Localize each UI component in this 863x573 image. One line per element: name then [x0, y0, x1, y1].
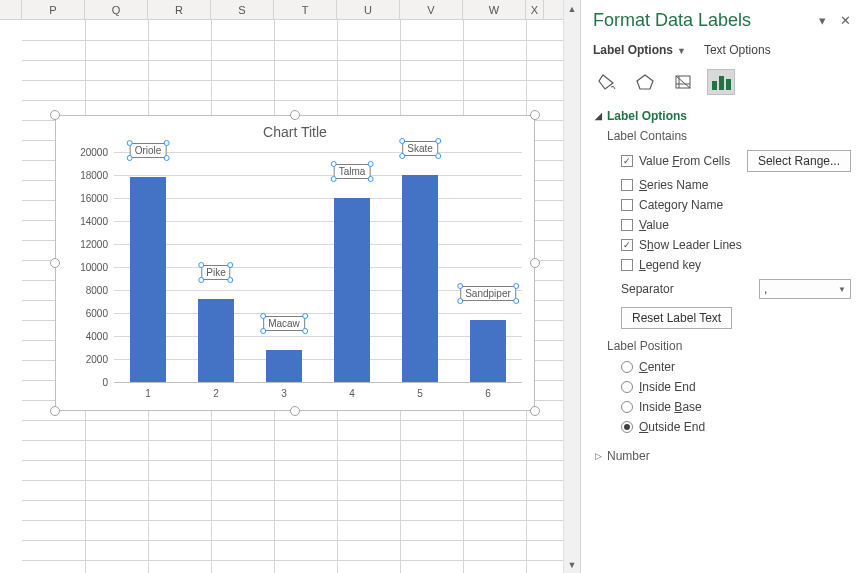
- y-axis-tick: 6000: [86, 308, 108, 319]
- section-label-options[interactable]: ◢ Label Options: [593, 105, 851, 127]
- bar[interactable]: [130, 177, 166, 382]
- bar[interactable]: [198, 299, 234, 382]
- effects-icon[interactable]: [631, 69, 659, 95]
- pos-outside-end[interactable]: Outside End: [593, 417, 851, 437]
- y-axis-tick: 8000: [86, 285, 108, 296]
- checkbox-icon[interactable]: [621, 259, 633, 271]
- checkbox-icon[interactable]: [621, 179, 633, 191]
- chart-resize-handle[interactable]: [50, 110, 60, 120]
- opt-value[interactable]: Value: [593, 215, 851, 235]
- y-axis-tick: 2000: [86, 354, 108, 365]
- checkbox-icon[interactable]: [621, 199, 633, 211]
- chart-resize-handle[interactable]: [530, 110, 540, 120]
- label-position-header: Label Position: [593, 337, 851, 357]
- column-header[interactable]: R: [148, 0, 211, 19]
- radio-icon[interactable]: [621, 401, 633, 413]
- svg-rect-6: [712, 81, 717, 90]
- embedded-chart[interactable]: Chart Title 0200040006000800010000120001…: [55, 115, 535, 411]
- size-properties-icon[interactable]: [669, 69, 697, 95]
- vertical-scrollbar[interactable]: ▲ ▼: [563, 0, 580, 573]
- opt-show-leader-lines[interactable]: ✓ Show Leader Lines: [593, 235, 851, 255]
- bar[interactable]: [470, 320, 506, 382]
- opt-category-name[interactable]: Category Name: [593, 195, 851, 215]
- pane-close-icon[interactable]: ✕: [840, 13, 851, 28]
- spreadsheet-area: PQRSTUVWX ▲ ▼ Chart Title 02000400060008…: [0, 0, 580, 573]
- column-header[interactable]: W: [463, 0, 526, 19]
- opt-series-name[interactable]: Series Name: [593, 175, 851, 195]
- radio-icon[interactable]: [621, 381, 633, 393]
- checkbox-icon[interactable]: [621, 219, 633, 231]
- label-options-icon[interactable]: [707, 69, 735, 95]
- bar[interactable]: [266, 350, 302, 382]
- y-axis-tick: 10000: [80, 262, 108, 273]
- data-label[interactable]: Sandpiper: [460, 286, 516, 301]
- chart-resize-handle[interactable]: [50, 258, 60, 268]
- triangle-down-icon: ◢: [593, 111, 603, 121]
- svg-marker-1: [637, 75, 653, 89]
- data-label[interactable]: Talma: [334, 164, 371, 179]
- column-header[interactable]: T: [274, 0, 337, 19]
- y-axis-tick: 16000: [80, 193, 108, 204]
- column-header[interactable]: S: [211, 0, 274, 19]
- y-axis-tick: 18000: [80, 170, 108, 181]
- data-label[interactable]: Oriole: [130, 143, 167, 158]
- chart-resize-handle[interactable]: [290, 406, 300, 416]
- x-axis-category: 3: [281, 388, 287, 399]
- scroll-up-icon[interactable]: ▲: [564, 0, 580, 17]
- svg-line-3: [676, 76, 690, 88]
- x-axis-category: 6: [485, 388, 491, 399]
- tab-text-options[interactable]: Text Options: [704, 43, 771, 57]
- pos-inside-base[interactable]: Inside Base: [593, 397, 851, 417]
- opt-value-from-cells[interactable]: ✓ Value From Cells Select Range...: [593, 147, 851, 175]
- checkbox-icon[interactable]: ✓: [621, 155, 633, 167]
- x-axis-category: 1: [145, 388, 151, 399]
- column-header[interactable]: P: [22, 0, 85, 19]
- pane-title: Format Data Labels: [593, 10, 819, 31]
- bar[interactable]: [402, 175, 438, 382]
- y-axis-tick: 12000: [80, 239, 108, 250]
- svg-rect-7: [719, 76, 724, 90]
- pane-options-icon[interactable]: ▾: [819, 13, 826, 28]
- separator-label: Separator: [621, 282, 747, 296]
- x-axis-category: 2: [213, 388, 219, 399]
- column-header[interactable]: V: [400, 0, 463, 19]
- y-axis-tick: 0: [102, 377, 108, 388]
- separator-select[interactable]: ,▼: [759, 279, 851, 299]
- radio-icon[interactable]: [621, 361, 633, 373]
- section-number[interactable]: ▷ Number: [593, 445, 851, 467]
- data-label[interactable]: Macaw: [263, 316, 305, 331]
- opt-legend-key[interactable]: Legend key: [593, 255, 851, 275]
- radio-icon[interactable]: [621, 421, 633, 433]
- chart-resize-handle[interactable]: [50, 406, 60, 416]
- format-category-icons: [593, 65, 851, 105]
- svg-rect-8: [726, 79, 731, 90]
- chevron-down-icon: ▼: [838, 285, 846, 294]
- select-all-corner[interactable]: [0, 0, 22, 19]
- chart-resize-handle[interactable]: [290, 110, 300, 120]
- column-header[interactable]: X: [526, 0, 544, 19]
- chevron-down-icon[interactable]: ▼: [677, 46, 686, 56]
- y-axis-tick: 14000: [80, 216, 108, 227]
- bar[interactable]: [334, 198, 370, 382]
- checkbox-icon[interactable]: ✓: [621, 239, 633, 251]
- column-header-row: PQRSTUVWX: [0, 0, 580, 20]
- chart-resize-handle[interactable]: [530, 258, 540, 268]
- column-header[interactable]: Q: [85, 0, 148, 19]
- scroll-thumb[interactable]: [564, 17, 580, 556]
- y-axis-tick: 20000: [80, 147, 108, 158]
- fill-line-icon[interactable]: [593, 69, 621, 95]
- data-label[interactable]: Skate: [402, 141, 438, 156]
- chart-resize-handle[interactable]: [530, 406, 540, 416]
- format-pane: Format Data Labels ▾ ✕ Label Options▼ Te…: [580, 0, 863, 573]
- column-header[interactable]: U: [337, 0, 400, 19]
- pos-inside-end[interactable]: Inside End: [593, 377, 851, 397]
- pos-center[interactable]: Center: [593, 357, 851, 377]
- select-range-button[interactable]: Select Range...: [747, 150, 851, 172]
- scroll-down-icon[interactable]: ▼: [564, 556, 580, 573]
- reset-label-text-button[interactable]: Reset Label Text: [621, 307, 732, 329]
- tab-label-options[interactable]: Label Options▼: [593, 43, 686, 57]
- x-axis-category: 4: [349, 388, 355, 399]
- triangle-right-icon: ▷: [593, 451, 603, 461]
- plot-area[interactable]: 0200040006000800010000120001400016000180…: [114, 152, 522, 382]
- data-label[interactable]: Pike: [201, 265, 230, 280]
